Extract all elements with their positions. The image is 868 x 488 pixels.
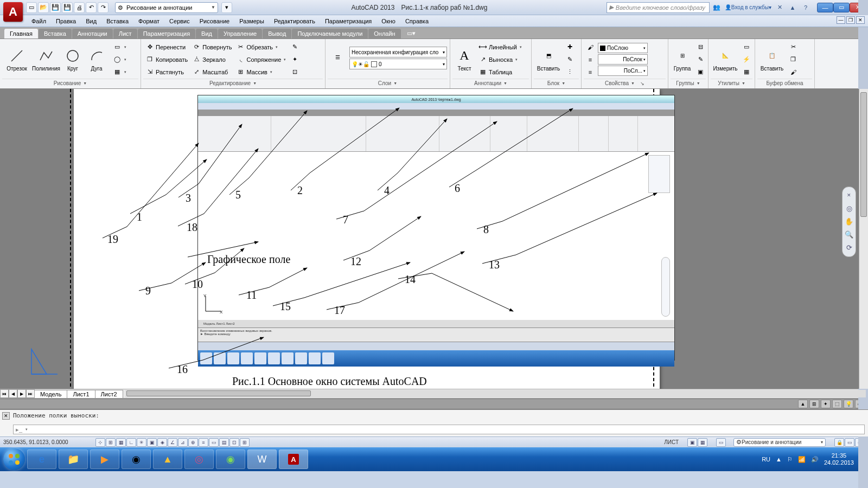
tool-fillet[interactable]: ◟Сопряжение▾: [235, 54, 288, 66]
horizontal-scrollbar[interactable]: [125, 390, 866, 397]
tool-create-block[interactable]: ✚: [564, 41, 575, 53]
menu-modify[interactable]: Редактировать: [270, 17, 320, 25]
group-bbox-button[interactable]: ▣: [695, 66, 705, 78]
tab-view[interactable]: Вид: [196, 29, 218, 38]
lineweight-combo[interactable]: ПоСлок▾: [598, 54, 648, 65]
tool-attr-block[interactable]: ⋮: [564, 66, 575, 78]
tool-insert-block[interactable]: ⬒Вставить: [534, 41, 563, 78]
tool-move[interactable]: ✥Перенести: [144, 41, 189, 53]
tab-manage[interactable]: Управление: [218, 29, 262, 38]
doc-close-button[interactable]: ✕: [856, 16, 865, 24]
menu-tools[interactable]: Сервис: [165, 17, 194, 25]
status-ducs[interactable]: ⊿: [178, 438, 188, 447]
tab-parametric[interactable]: Параметризация: [138, 29, 195, 38]
tab-layout[interactable]: Лист: [113, 29, 137, 38]
status-3dosnap[interactable]: ◈: [157, 438, 167, 447]
ungroup-button[interactable]: ⊟: [695, 41, 705, 53]
search-input[interactable]: ▶ Введите ключевое слово/фразу: [607, 2, 710, 13]
cut-button[interactable]: ✂: [788, 41, 797, 53]
status-osnap[interactable]: ▣: [147, 438, 157, 447]
task-app1[interactable]: ▲: [153, 450, 182, 469]
anno-tool-5[interactable]: 💡: [844, 400, 853, 408]
tray-action-icon[interactable]: ⚐: [787, 456, 793, 463]
panel-modify-title[interactable]: Редактирование▼: [143, 79, 323, 87]
quick-select-button[interactable]: ⚡: [741, 54, 751, 66]
tool-offset[interactable]: ⊡: [289, 66, 300, 78]
sheet-last-button[interactable]: ⏭: [26, 389, 35, 398]
infocenter-icon[interactable]: 👥: [712, 3, 722, 12]
linetype-combo[interactable]: ПоСл...▾: [598, 66, 648, 76]
status-lwt[interactable]: ≡: [199, 438, 208, 447]
tool-line[interactable]: Отрезок: [2, 41, 31, 78]
qat-saveas-icon[interactable]: 💾: [62, 2, 73, 13]
tool-group[interactable]: ⊞Группа: [671, 41, 694, 78]
task-app3[interactable]: ◉: [216, 450, 245, 469]
tab-online[interactable]: Онлайн: [368, 29, 400, 38]
tray-net-icon[interactable]: 📶: [798, 456, 806, 463]
zoom-icon[interactable]: 🔍: [844, 229, 854, 239]
panel-utils-title[interactable]: Утилиты▼: [711, 79, 752, 87]
status-qp[interactable]: ▤: [219, 438, 229, 447]
task-explorer[interactable]: 📁: [59, 450, 88, 469]
menu-edit[interactable]: Правка: [52, 17, 80, 25]
status-r5[interactable]: ▭: [845, 438, 854, 447]
tool-polyline[interactable]: Полилиния: [31, 41, 61, 78]
anno-tool-4[interactable]: ⬚: [832, 400, 842, 408]
color-combo[interactable]: ПоСлою▾: [598, 43, 648, 53]
tool-trim[interactable]: ✂Обрезать▾: [235, 41, 288, 53]
status-otrack[interactable]: ∠: [168, 438, 177, 447]
status-workspace[interactable]: ⚙Рисование и аннотации▾: [733, 438, 826, 447]
layer-props-button[interactable]: ☰: [328, 41, 347, 75]
paper-model-toggle[interactable]: ЛИСТ: [664, 439, 679, 445]
tool-scale[interactable]: ⤢Масштаб: [191, 66, 233, 78]
panel-block-title[interactable]: Блок▼: [534, 79, 579, 87]
panel-properties-title[interactable]: Свойства▼↘: [584, 79, 666, 87]
tray-clock[interactable]: 21:35 24.02.2013: [824, 452, 854, 466]
task-wmp[interactable]: ▶: [90, 450, 119, 469]
task-chrome[interactable]: ◉: [122, 450, 151, 469]
help-icon[interactable]: ?: [801, 3, 810, 12]
tool-edit-block[interactable]: ✎: [564, 54, 575, 66]
minimize-button[interactable]: —: [817, 3, 833, 12]
select-all-button[interactable]: ▭: [741, 41, 751, 53]
sheet-first-button[interactable]: ⏮: [0, 389, 9, 398]
tool-stretch[interactable]: ⇲Растянуть: [144, 66, 189, 78]
status-sc[interactable]: ⊡: [229, 438, 239, 447]
pan-icon[interactable]: ✋: [844, 216, 854, 226]
qat-plot-icon[interactable]: 🖨: [74, 2, 85, 13]
copy-clip-button[interactable]: ❐: [788, 54, 797, 66]
status-ortho[interactable]: ∟: [126, 438, 136, 447]
status-grid[interactable]: ▦: [116, 438, 126, 447]
match-props-button[interactable]: 🖌: [585, 41, 597, 53]
tool-erase[interactable]: ✎: [289, 41, 300, 53]
panel-clip-title[interactable]: Буфер обмена: [757, 79, 812, 87]
menu-draw[interactable]: Рисование: [195, 17, 234, 25]
tool-text[interactable]: AТекст: [452, 41, 476, 78]
tool-leader[interactable]: ↗Выноска▾: [477, 54, 523, 66]
navigation-bar[interactable]: ✕ ◎ ✋ 🔍 ⟳: [842, 187, 856, 257]
tool-hatch[interactable]: ▦▾: [112, 66, 127, 78]
status-polar[interactable]: ✳: [137, 438, 146, 447]
menu-view[interactable]: Вид: [81, 17, 101, 25]
status-r1[interactable]: ▣: [687, 438, 697, 447]
tool-mirror[interactable]: ⧊Зеркало: [191, 54, 233, 66]
tab-toggle-icon[interactable]: ▭▾: [401, 28, 421, 38]
status-am[interactable]: ⊞: [240, 438, 250, 447]
sheet-list2[interactable]: Лист2: [95, 390, 123, 398]
tool-dimension[interactable]: ⟷Линейный▾: [477, 41, 523, 53]
status-dyn[interactable]: ⊕: [188, 438, 198, 447]
tool-array[interactable]: ⊞Массив▾: [235, 66, 288, 78]
maximize-button[interactable]: ▭: [833, 3, 850, 12]
task-ie[interactable]: e: [27, 450, 56, 469]
tray-vol-icon[interactable]: 🔊: [811, 456, 819, 463]
tool-circle[interactable]: Круг: [61, 41, 85, 78]
menu-format[interactable]: Формат: [134, 17, 164, 25]
anno-tool-2[interactable]: ⊞: [809, 400, 819, 408]
command-window[interactable]: ✕ Положение полки выноски: ▸_▾: [0, 409, 868, 436]
tool-copy[interactable]: ❐Копировать: [144, 54, 189, 66]
tool-arc[interactable]: Дуга: [85, 41, 108, 78]
tab-annotate[interactable]: Аннотации: [72, 29, 113, 38]
cmd-close-button[interactable]: ✕: [2, 412, 10, 420]
status-tpy[interactable]: ▭: [209, 438, 219, 447]
sheet-next-button[interactable]: ▶: [17, 389, 26, 398]
